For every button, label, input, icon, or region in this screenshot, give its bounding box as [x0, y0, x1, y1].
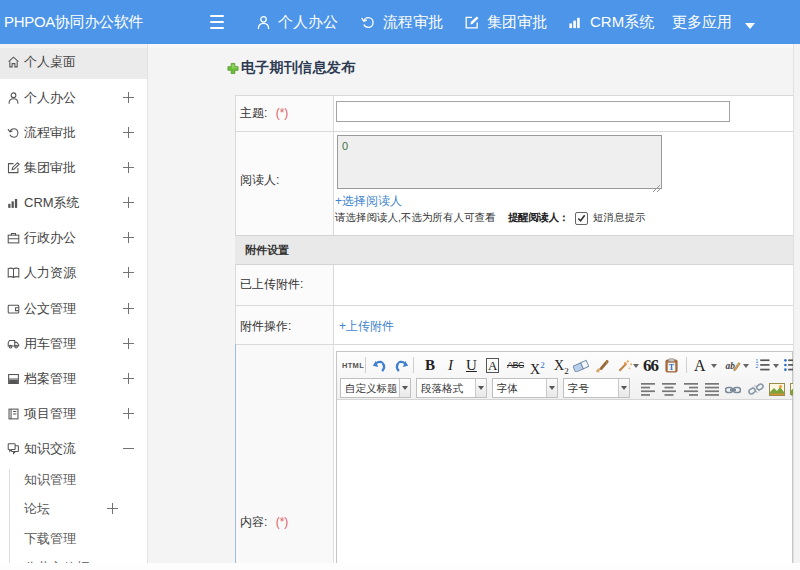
svg-text:T: T — [669, 363, 675, 372]
svg-text:2: 2 — [756, 363, 759, 369]
